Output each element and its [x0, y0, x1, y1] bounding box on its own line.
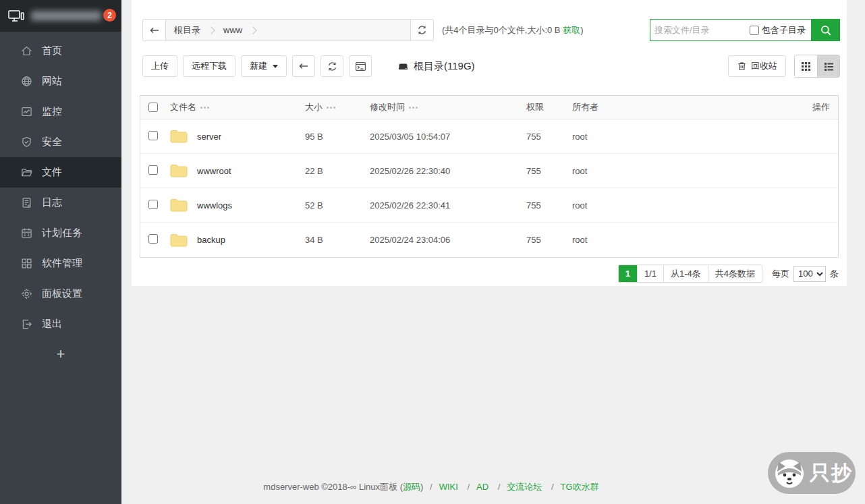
file-mtime: 2025/02/24 23:04:06 [370, 235, 526, 245]
refresh-path-button[interactable] [410, 20, 433, 40]
folder-icon[interactable] [170, 233, 188, 248]
tg-link[interactable]: TG吹水群 [561, 482, 599, 492]
sidebar-item-software[interactable]: 软件管理 [0, 248, 121, 279]
breadcrumb-item-root[interactable]: 根目录 [174, 24, 200, 36]
sidebar-item-files[interactable]: 文件 [0, 157, 121, 188]
table-row[interactable]: wwwroot 22 B 2025/02/26 22:30:40 755 roo… [140, 154, 838, 188]
per-page-select[interactable]: 100 [793, 266, 826, 282]
back-dir-button[interactable] [292, 55, 315, 77]
sidebar-item-label: 安全 [42, 136, 62, 148]
footer-paren: ) [420, 482, 423, 492]
sidebar-item-websites[interactable]: 网站 [0, 66, 121, 96]
toolbar-right: 回收站 [728, 55, 840, 78]
recycle-bin-button[interactable]: 回收站 [728, 55, 786, 77]
header-perm: 权限 [526, 101, 572, 113]
footer-separator: / [430, 482, 432, 492]
grid-view-icon [801, 61, 811, 72]
header-mtime[interactable]: 修改时间 [370, 101, 526, 113]
fetch-size-link[interactable]: 获取 [563, 25, 580, 35]
back-button[interactable] [143, 20, 166, 40]
path-bar-row: 根目录 www (共4个目录与0个文件,大小:0 B 获取) 包含子目录 [142, 19, 840, 41]
breadcrumb-items: 根目录 www [166, 20, 265, 40]
new-button[interactable]: 新建 [241, 55, 287, 77]
select-all-checkbox[interactable] [148, 103, 158, 112]
watermark-badge: 只抄 [768, 452, 856, 494]
trash-icon [737, 61, 747, 72]
file-owner: root [572, 166, 783, 176]
upload-button[interactable]: 上传 [142, 55, 177, 77]
file-perm: 755 [526, 166, 572, 176]
row-checkbox[interactable] [148, 234, 158, 244]
file-size: 22 B [305, 166, 370, 176]
husky-mascot-icon [773, 457, 806, 489]
search-input[interactable] [654, 25, 750, 35]
breadcrumb-item-www[interactable]: www [223, 25, 242, 35]
arrow-left-icon [298, 61, 309, 72]
folder-icon[interactable] [170, 163, 188, 178]
sidebar-add-button[interactable]: + [0, 339, 121, 369]
include-subdir-checkbox[interactable] [750, 26, 759, 35]
row-checkbox[interactable] [148, 131, 158, 140]
table-row[interactable]: backup 34 B 2025/02/24 23:04:06 755 root [140, 223, 838, 257]
sidebar-item-logs[interactable]: 日志 [0, 188, 121, 218]
refresh-button[interactable] [320, 55, 343, 77]
page-1-button[interactable]: 1 [619, 265, 637, 282]
table-row[interactable]: wwwlogs 52 B 2025/02/26 22:30:41 755 roo… [140, 188, 838, 223]
folder-icon[interactable] [170, 198, 188, 213]
file-size: 52 B [305, 200, 370, 211]
sidebar-item-home[interactable]: 首页 [0, 36, 121, 66]
file-name[interactable]: server [197, 132, 221, 142]
sidebar-item-label: 首页 [42, 45, 62, 57]
table-row[interactable]: server 95 B 2025/03/05 10:54:07 755 root [140, 119, 838, 154]
row-checkbox[interactable] [148, 200, 158, 209]
logout-icon [20, 318, 32, 331]
row-name-cell: server [170, 129, 305, 144]
sidebar-item-logout[interactable]: 退出 [0, 309, 121, 339]
file-name[interactable]: wwwroot [197, 166, 231, 176]
grid-view-button[interactable] [795, 55, 817, 77]
file-mtime: 2025/02/26 22:30:41 [370, 200, 526, 211]
sort-icon [409, 107, 418, 109]
header-filename[interactable]: 文件名 [170, 101, 305, 113]
server-address-masked [31, 11, 101, 21]
row-name-cell: wwwroot [170, 163, 305, 178]
search-button[interactable] [812, 19, 840, 41]
sidebar-item-cron[interactable]: 计划任务 [0, 218, 121, 248]
row-checkbox[interactable] [148, 165, 158, 175]
wiki-link[interactable]: WIKI [439, 482, 458, 492]
header-size[interactable]: 大小 [305, 101, 370, 113]
upload-label: 上传 [151, 60, 169, 72]
forum-link[interactable]: 交流论坛 [507, 482, 542, 492]
terminal-button[interactable] [349, 55, 372, 77]
include-subdir-option: 包含子目录 [750, 24, 806, 36]
row-select-cell [148, 200, 170, 211]
sidebar-item-security[interactable]: 安全 [0, 127, 121, 157]
sort-icon [327, 107, 335, 109]
notification-badge[interactable]: 2 [103, 9, 116, 22]
file-perm: 755 [526, 235, 572, 245]
sidebar-item-settings[interactable]: 面板设置 [0, 279, 121, 309]
footer-separator: / [551, 482, 554, 492]
remote-download-button[interactable]: 远程下载 [183, 55, 235, 77]
new-label: 新建 [250, 60, 267, 72]
source-link[interactable]: 源码 [403, 482, 420, 492]
server-monitor-icon [8, 9, 24, 23]
sidebar-item-monitor[interactable]: 监控 [0, 96, 121, 127]
header-owner: 所有者 [572, 101, 783, 113]
table-header-row: 文件名 大小 修改时间 权限 所有者 操作 [140, 96, 838, 119]
file-name[interactable]: wwwlogs [197, 200, 232, 211]
monitor-chart-icon [20, 106, 32, 118]
list-view-button[interactable] [817, 55, 839, 77]
search-box: 包含子目录 [650, 19, 840, 41]
panel-header: 2 [0, 0, 121, 32]
per-page-prefix: 每页 [772, 268, 789, 280]
per-page-suffix: 条 [830, 268, 839, 280]
drive-selector[interactable]: 根目录(119G) [397, 60, 475, 73]
footer-text: mdserver-web ©2018-∞ Linux面板 ( [263, 482, 403, 492]
folder-icon[interactable] [170, 129, 188, 144]
sidebar-item-label: 软件管理 [42, 257, 82, 270]
file-name[interactable]: backup [197, 235, 225, 245]
file-table: 文件名 大小 修改时间 权限 所有者 操作 server 95 B 2025/0… [140, 95, 839, 258]
ad-link[interactable]: AD [476, 482, 489, 492]
range-indicator: 从1-4条 [663, 265, 708, 282]
